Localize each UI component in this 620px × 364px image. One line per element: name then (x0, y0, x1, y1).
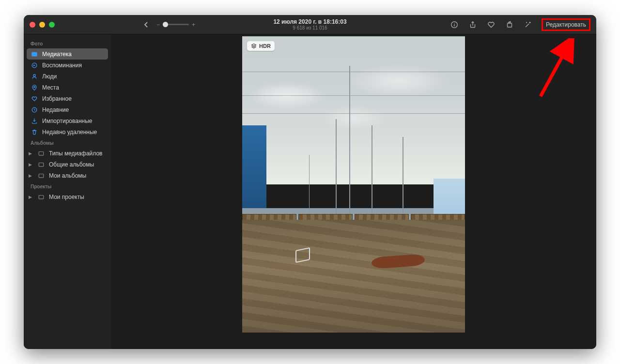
rotate-button[interactable] (505, 19, 514, 30)
zoom-track[interactable] (163, 24, 189, 25)
share-button[interactable] (468, 19, 478, 30)
svg-point-2 (454, 23, 454, 23)
chevron-right-icon: ▶ (29, 162, 33, 167)
sidebar: Фото Медиатека Воспоминания Люди Места И… (24, 34, 111, 349)
photo-date: 12 июля 2020 г. в 18:16:03 (273, 18, 346, 25)
memories-icon (31, 61, 38, 69)
chevron-right-icon: ▶ (29, 151, 33, 156)
hdr-badge: HDR (247, 41, 275, 51)
sidebar-item-label: Мои проекты (49, 194, 104, 200)
people-icon (31, 73, 38, 80)
edit-button-label: Редактировать (546, 21, 586, 28)
sidebar-item-recently-deleted[interactable]: Недавно удаленные (27, 126, 108, 137)
sidebar-item-label: Избранное (42, 95, 104, 102)
sidebar-item-label: Импортированные (42, 118, 104, 124)
sidebar-item-shared-albums[interactable]: ▶ Общие альбомы (27, 159, 108, 170)
sidebar-item-label: Люди (42, 73, 104, 80)
app-window: − + 12 июля 2020 г. в 18:16:03 9 618 из … (24, 15, 596, 349)
svg-rect-11 (39, 174, 44, 177)
album-icon (37, 161, 45, 168)
sidebar-item-people[interactable]: Люди (27, 71, 108, 82)
zoom-minus-label: − (156, 21, 160, 28)
minimize-window-button[interactable] (39, 22, 45, 28)
sidebar-item-label: Типы медиафайлов (49, 150, 104, 157)
sidebar-item-label: Недавно удаленные (42, 129, 104, 136)
album-icon (37, 150, 45, 157)
window-controls (30, 22, 55, 28)
sidebar-item-label: Общие альбомы (49, 161, 104, 168)
sidebar-item-label: Воспоминания (42, 62, 104, 69)
sidebar-item-label: Медиатека (42, 51, 104, 58)
album-icon (37, 193, 45, 201)
sidebar-item-media-types[interactable]: ▶ Типы медиафайлов (27, 148, 108, 159)
fullscreen-window-button[interactable] (49, 22, 55, 28)
sidebar-item-label: Места (42, 84, 104, 91)
auto-enhance-button[interactable] (523, 19, 533, 30)
window-body: Фото Медиатека Воспоминания Люди Места И… (24, 34, 596, 349)
places-icon (31, 84, 38, 91)
sidebar-section-albums: Альбомы (27, 137, 108, 148)
sidebar-item-places[interactable]: Места (27, 82, 108, 93)
layers-icon (251, 43, 257, 49)
svg-rect-10 (39, 163, 44, 166)
zoom-thumb[interactable] (163, 22, 168, 27)
sidebar-item-favorites[interactable]: Избранное (27, 93, 108, 104)
favorite-button[interactable] (486, 19, 496, 30)
edit-button[interactable]: Редактировать (542, 18, 590, 31)
svg-rect-12 (39, 195, 44, 198)
svg-point-7 (34, 86, 35, 88)
photo-wire (242, 95, 465, 96)
photo-position-count: 9 618 из 11 016 (273, 25, 346, 30)
sidebar-item-my-albums[interactable]: ▶ Мои альбомы (27, 170, 108, 181)
content-area: HDR (111, 34, 596, 349)
photo-wire (242, 113, 465, 114)
close-window-button[interactable] (30, 22, 35, 28)
toolbar: − + 12 июля 2020 г. в 18:16:03 9 618 из … (24, 15, 596, 34)
sidebar-item-library[interactable]: Медиатека (27, 48, 108, 60)
heart-icon (31, 95, 38, 103)
photos-icon (31, 50, 38, 58)
photo-container-left (242, 125, 266, 220)
import-icon (31, 117, 38, 125)
sidebar-item-recents[interactable]: Недавние (27, 104, 108, 115)
sidebar-section-projects: Проекты (27, 181, 108, 191)
sidebar-item-memories[interactable]: Воспоминания (27, 60, 108, 71)
svg-rect-3 (508, 23, 512, 27)
toolbar-right-group: Редактировать (450, 18, 590, 31)
toolbar-left-group: − + (141, 19, 195, 30)
back-button[interactable] (141, 19, 152, 30)
chevron-right-icon: ▶ (29, 173, 33, 178)
photo-chair (295, 249, 310, 261)
svg-rect-9 (39, 152, 44, 155)
clock-icon (31, 106, 38, 114)
trash-icon (31, 128, 38, 136)
photo-deck-region (242, 220, 465, 333)
zoom-slider[interactable]: − + (156, 21, 195, 28)
svg-point-6 (33, 74, 35, 76)
sidebar-item-imports[interactable]: Импортированные (27, 115, 108, 126)
hdr-badge-label: HDR (259, 43, 271, 49)
svg-rect-4 (31, 52, 37, 56)
zoom-plus-label: + (192, 21, 195, 28)
photo-wire (242, 72, 465, 72)
sidebar-item-label: Мои альбомы (49, 172, 104, 179)
sidebar-item-my-projects[interactable]: ▶ Мои проекты (27, 191, 108, 202)
photo-viewer[interactable]: HDR (242, 36, 465, 333)
info-button[interactable] (450, 19, 459, 30)
album-icon (37, 172, 45, 180)
photo-sky-region (242, 36, 465, 184)
toolbar-title: 12 июля 2020 г. в 18:16:03 9 618 из 11 0… (273, 18, 346, 30)
sidebar-item-label: Недавние (42, 106, 104, 113)
sidebar-section-photo: Фото (27, 38, 108, 48)
chevron-right-icon: ▶ (29, 195, 33, 199)
